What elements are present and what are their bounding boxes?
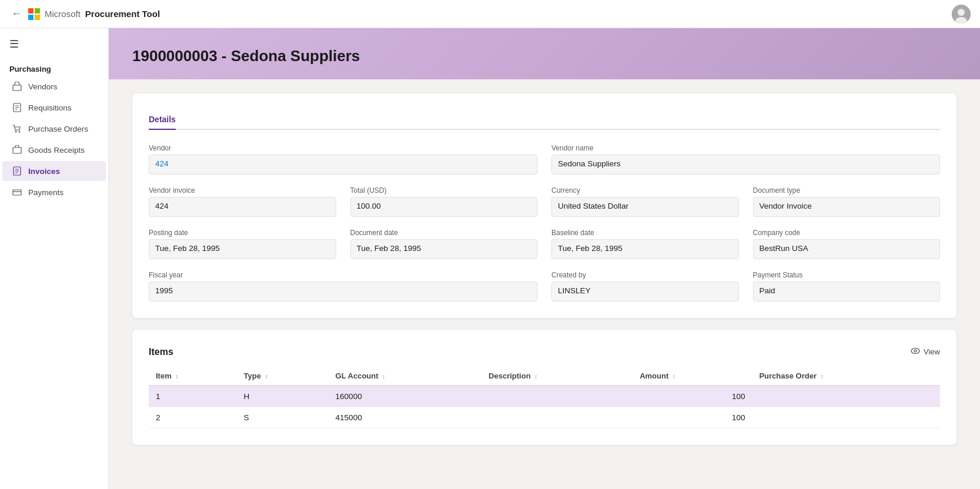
svg-point-8 — [15, 131, 16, 132]
sort-po-icon: ↕ — [821, 373, 824, 380]
currency-value: United States Dollar — [551, 197, 739, 217]
topbar-app-name: Microsoft — [45, 9, 81, 19]
sidebar-item-purchase-orders[interactable]: Purchase Orders — [2, 119, 106, 139]
cell-gl-0: 160000 — [329, 386, 482, 407]
currency-field: Currency United States Dollar — [551, 186, 739, 217]
vendors-icon — [12, 81, 22, 92]
sort-gl-icon: ↕ — [382, 373, 385, 380]
col-item[interactable]: Item ↕ — [149, 367, 237, 386]
col-purchase-order[interactable]: Purchase Order ↕ — [752, 367, 940, 386]
col-description[interactable]: Description ↕ — [481, 367, 633, 386]
payment-status-value: Paid — [753, 282, 941, 302]
purchase-orders-icon — [12, 123, 22, 134]
created-by-value: LINSLEY — [551, 282, 739, 302]
payment-status-field: Payment Status Paid — [753, 271, 941, 302]
col-type[interactable]: Type ↕ — [237, 367, 329, 386]
svg-point-17 — [911, 349, 919, 354]
document-type-label: Document type — [753, 186, 941, 195]
back-button[interactable]: ← — [9, 7, 24, 21]
baseline-date-field: Baseline date Tue, Feb 28, 1995 — [551, 229, 739, 259]
tab-bar: Details — [149, 110, 940, 130]
vendor-invoice-label: Vendor invoice — [149, 186, 336, 195]
svg-rect-3 — [13, 85, 21, 91]
app-body: ☰ Purchasing Vendors Requisitions Purcha… — [0, 28, 980, 489]
sidebar: ☰ Purchasing Vendors Requisitions Purcha… — [0, 28, 109, 489]
tab-details[interactable]: Details — [149, 110, 176, 130]
vendor-invoice-field: Vendor invoice 424 — [149, 186, 336, 217]
table-header-row: Item ↕ Type ↕ GL Account ↕ — [149, 367, 940, 386]
table-row[interactable]: 1 H 160000 100 — [149, 386, 940, 407]
posting-date-field: Posting date Tue, Feb 28, 1995 — [149, 229, 336, 259]
cell-type-1: S — [237, 407, 329, 428]
user-avatar[interactable] — [952, 5, 971, 24]
items-card: Items View Item ↕ — [132, 330, 956, 445]
cell-description-0 — [481, 386, 633, 407]
requisitions-icon — [12, 102, 22, 113]
topbar-tool-name: Procurement Tool — [85, 9, 160, 19]
svg-point-9 — [19, 131, 20, 132]
view-button[interactable]: View — [911, 346, 940, 357]
items-header: Items View — [149, 346, 940, 357]
total-usd-field: Total (USD) 100.00 — [350, 186, 538, 217]
topbar: ← Microsoft Procurement Tool — [0, 0, 980, 28]
fiscal-year-label: Fiscal year — [149, 271, 537, 279]
cell-po-1 — [752, 407, 940, 428]
created-by-field: Created by LINSLEY — [551, 271, 739, 302]
vendor-invoice-value: 424 — [149, 197, 336, 217]
cell-gl-1: 415000 — [329, 407, 482, 428]
sidebar-label-payments: Payments — [28, 188, 63, 197]
sidebar-label-invoices: Invoices — [28, 167, 60, 176]
main-content: 1900000003 - Sedona Suppliers Details Ve… — [109, 28, 980, 489]
posting-date-value: Tue, Feb 28, 1995 — [149, 239, 336, 259]
posting-date-label: Posting date — [149, 229, 336, 237]
page-header: 1900000003 - Sedona Suppliers — [109, 28, 980, 79]
sort-item-icon: ↕ — [175, 373, 178, 380]
sidebar-label-vendors: Vendors — [28, 82, 58, 91]
vendor-name-label: Vendor name — [551, 144, 940, 152]
details-form: Vendor 424 Vendor name Sedona Suppliers … — [149, 144, 940, 302]
document-date-label: Document date — [350, 229, 538, 237]
baseline-date-value: Tue, Feb 28, 1995 — [551, 239, 739, 259]
currency-label: Currency — [551, 186, 739, 195]
cell-amount-1: 100 — [633, 407, 752, 428]
sidebar-label-requisitions: Requisitions — [28, 103, 72, 112]
cell-po-0 — [752, 386, 940, 407]
sort-type-icon: ↕ — [265, 373, 268, 380]
vendor-value[interactable]: 424 — [149, 155, 537, 175]
cell-description-1 — [481, 407, 633, 428]
total-usd-label: Total (USD) — [350, 186, 538, 195]
sidebar-item-goods-receipts[interactable]: Goods Receipts — [2, 140, 106, 160]
company-code-value: BestRun USA — [753, 239, 941, 259]
items-table: Item ↕ Type ↕ GL Account ↕ — [149, 367, 940, 428]
sidebar-item-invoices[interactable]: Invoices — [2, 161, 106, 181]
total-usd-value: 100.00 — [350, 197, 538, 217]
content-area: Details Vendor 424 Vendor name Sedona Su… — [109, 79, 980, 471]
svg-point-18 — [914, 350, 917, 352]
document-type-value: Vendor Invoice — [753, 197, 941, 217]
ms-logo — [28, 8, 40, 20]
sidebar-label-goods-receipts: Goods Receipts — [28, 146, 85, 155]
cell-item-0: 1 — [149, 386, 237, 407]
fiscal-year-value: 1995 — [149, 282, 537, 302]
details-card: Details Vendor 424 Vendor name Sedona Su… — [132, 93, 956, 318]
sort-amount-icon: ↕ — [673, 373, 675, 380]
company-code-field: Company code BestRun USA — [753, 229, 941, 259]
cell-type-0: H — [237, 386, 329, 407]
cell-amount-0: 100 — [633, 386, 752, 407]
sidebar-item-payments[interactable]: Payments — [2, 182, 106, 202]
page-title: 1900000003 - Sedona Suppliers — [132, 47, 956, 65]
sidebar-item-vendors[interactable]: Vendors — [2, 76, 106, 96]
items-title: Items — [149, 347, 173, 357]
vendor-name-field: Vendor name Sedona Suppliers — [551, 144, 940, 175]
svg-rect-10 — [13, 148, 21, 153]
col-amount[interactable]: Amount ↕ — [633, 367, 752, 386]
table-row[interactable]: 2 S 415000 100 — [149, 407, 940, 428]
invoices-icon — [12, 166, 22, 176]
svg-rect-15 — [13, 190, 21, 195]
created-by-label: Created by — [551, 271, 739, 279]
cell-item-1: 2 — [149, 407, 237, 428]
payment-status-label: Payment Status — [753, 271, 941, 279]
hamburger-icon[interactable]: ☰ — [0, 33, 108, 60]
sidebar-item-requisitions[interactable]: Requisitions — [2, 98, 106, 118]
col-gl-account[interactable]: GL Account ↕ — [329, 367, 482, 386]
